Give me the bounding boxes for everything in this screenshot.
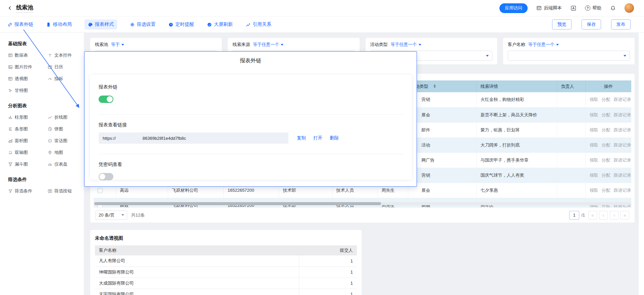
claim-link[interactable]: 领取 [590, 158, 598, 163]
section-title-filters: 筛选条件 [8, 177, 84, 183]
claim-link[interactable]: 领取 [590, 112, 598, 117]
widget-image[interactable]: 图片控件 [8, 64, 48, 70]
open-link-button[interactable]: 打开 [313, 135, 322, 141]
view-link-label: 报表查看链接 [99, 122, 403, 128]
claim-link[interactable]: 领取 [590, 188, 598, 193]
help-button[interactable]: ? 帮助 [585, 5, 601, 11]
external-link-toggle[interactable] [99, 96, 113, 103]
back-button[interactable] [7, 5, 13, 11]
chevron-down-icon [121, 44, 124, 46]
followup-link[interactable]: 跟进记录 [614, 112, 631, 117]
filter-select[interactable] [508, 51, 630, 61]
assign-link[interactable]: 分配 [602, 112, 610, 117]
delete-link-button[interactable]: 删除 [330, 135, 339, 141]
claim-link[interactable]: 领取 [590, 97, 598, 102]
back-chevron-icon [7, 5, 13, 11]
followup-link[interactable]: 跟进记录 [614, 173, 631, 178]
followup-link[interactable]: 跟进记录 [614, 97, 631, 102]
widget-area-chart[interactable]: 面积图 [8, 138, 48, 144]
horizontal-scrollbar[interactable] [94, 202, 631, 205]
widget-indicator[interactable]: 指标 [48, 76, 84, 82]
filter-field-label: 客户名称 [508, 42, 525, 48]
first-page-button[interactable]: « [588, 211, 597, 220]
tab-filter-settings[interactable]: 筛选设置 [130, 21, 156, 27]
filter-field-label: 线索池 [95, 42, 108, 48]
widget-gauge[interactable]: 仪表盘 [48, 161, 84, 167]
avatar[interactable] [625, 3, 634, 13]
next-page-button[interactable]: › [610, 211, 619, 220]
claim-link[interactable]: 领取 [590, 127, 598, 132]
pivot-row: 凡人有限公司1 [95, 255, 357, 267]
app-access-button[interactable]: 应用访问 [499, 3, 528, 13]
claim-link[interactable]: 领取 [590, 142, 598, 148]
notification-bell-icon[interactable] [610, 5, 616, 11]
tab-report-link[interactable]: 报表外链 [7, 21, 33, 27]
pivot-row: 大成国际有限公司1 [95, 278, 357, 289]
page-size-select[interactable]: 20 条/页 [96, 211, 127, 220]
filter-operator[interactable]: 等于 [111, 42, 124, 48]
widget-text[interactable]: 文本控件 [48, 52, 84, 58]
header-owner: 负责人 [557, 80, 585, 92]
widget-bar-chart[interactable]: 条形图 [8, 126, 48, 132]
sort-icon[interactable] [433, 84, 436, 88]
assign-link[interactable]: 分配 [602, 127, 610, 132]
save-button[interactable]: 保存 [582, 19, 601, 30]
widget-column-chart[interactable]: 柱形图 [8, 114, 48, 120]
widget-gantt[interactable]: 甘特图 [8, 87, 48, 94]
pivot-row: 天宇国际有限公司1 [95, 289, 357, 295]
tab-reference-relations[interactable]: 引用关系 [246, 21, 271, 27]
widget-sidebar: 基础报表 数据表 文本控件 图片控件 日历 透视图 指标 甘特图 分析图表 柱形… [0, 33, 84, 295]
prev-page-button[interactable]: ‹ [599, 211, 608, 220]
widget-pie-chart[interactable]: 饼图 [48, 126, 84, 132]
followup-link[interactable]: 跟进记录 [614, 158, 631, 163]
assign-link[interactable]: 分配 [602, 142, 610, 148]
filter-field-label: 线索来源 [232, 42, 250, 48]
filter-operator[interactable]: 等于任意一个 [391, 42, 421, 48]
widget-line-chart[interactable]: 折线图 [48, 114, 84, 120]
tab-report-style[interactable]: 报表样式 [85, 19, 117, 30]
bar-chart-icon [8, 127, 13, 131]
widget-dual-axis-chart[interactable]: 双轴图 [8, 150, 48, 156]
publish-button[interactable]: 发布 [611, 19, 631, 30]
scrollbar-thumb[interactable] [94, 202, 381, 205]
filter-operator[interactable]: 等于任意一个 [253, 42, 283, 48]
tab-mobile-layout[interactable]: 移动布局 [46, 21, 72, 27]
widget-radar-chart[interactable]: 雷达图 [48, 138, 84, 144]
claim-link[interactable]: 领取 [590, 173, 598, 178]
followup-link[interactable]: 跟进记录 [614, 188, 631, 193]
page-title[interactable]: 线索池 [16, 4, 33, 13]
widget-data-table[interactable]: 数据表 [8, 52, 48, 58]
translate-icon[interactable] [571, 5, 576, 11]
backend-script-button[interactable]: 后端脚本 [536, 5, 562, 11]
widget-filter-button[interactable]: 筛选按钮 [48, 188, 84, 194]
refresh-icon [207, 22, 212, 27]
chevron-down-icon [624, 55, 626, 57]
followup-link[interactable]: 跟进记录 [614, 127, 631, 132]
assign-link[interactable]: 分配 [602, 188, 610, 193]
assign-link[interactable]: 分配 [602, 97, 610, 102]
assign-link[interactable]: 分配 [602, 158, 610, 163]
report-url-field[interactable]: https:// 86369b28f1e4dd7fb8c [99, 132, 288, 144]
page-input[interactable]: 1 [569, 211, 579, 220]
widget-filter-condition[interactable]: 筛选条件 [8, 188, 48, 194]
followup-link[interactable]: 跟进记录 [614, 142, 631, 148]
assign-link[interactable]: 分配 [602, 173, 610, 178]
modal-panel: 报表外链 报表查看链接 https:// 86369b28f1e4dd7fb8c… [90, 75, 412, 180]
widget-map[interactable]: 地图 [48, 150, 84, 156]
gauge-icon [48, 162, 52, 167]
calendar-icon [48, 65, 52, 69]
filter-operator[interactable]: 等于任意一个 [528, 42, 559, 48]
widget-calendar[interactable]: 日历 [48, 64, 84, 70]
last-page-button[interactable]: » [621, 211, 629, 220]
copy-link-button[interactable]: 复制 [297, 135, 306, 141]
preview-button[interactable]: 预览 [552, 19, 572, 30]
chevron-down-icon [556, 44, 559, 46]
tab-scheduled-reminder[interactable]: 定时提醒 [168, 21, 194, 27]
widget-funnel-chart[interactable]: 漏斗图 [8, 161, 48, 167]
password-view-toggle[interactable] [99, 173, 113, 180]
widget-pivot[interactable]: 透视图 [8, 76, 48, 82]
row-checkbox[interactable] [98, 188, 103, 193]
filter-button-icon [48, 189, 52, 193]
url-prefix: https:// [103, 136, 116, 141]
tab-screen-refresh[interactable]: 大屏刷新 [207, 21, 233, 27]
